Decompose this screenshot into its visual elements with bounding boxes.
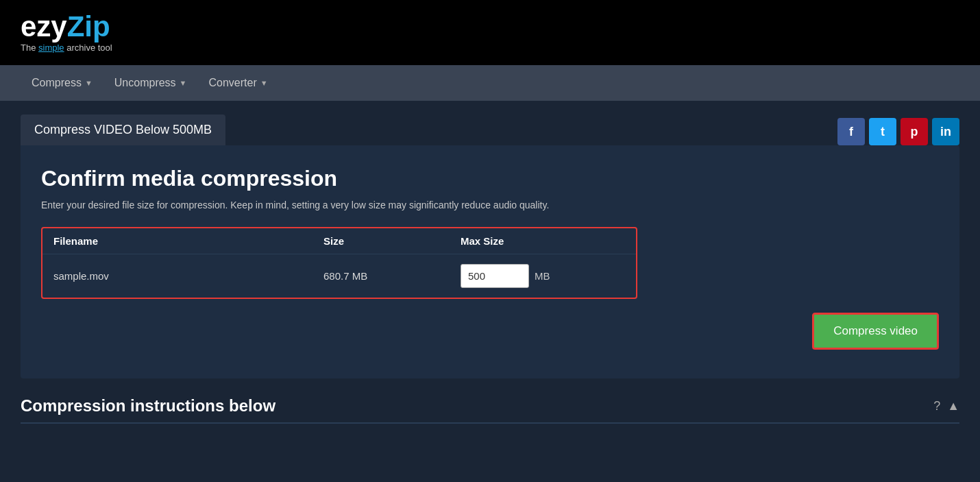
col-header-filename: Filename	[53, 235, 323, 247]
main-content: Compress VIDEO Below 500MB f t p in Conf…	[0, 101, 980, 437]
file-table: Filename Size Max Size sample.mov 680.7 …	[41, 227, 637, 299]
chevron-up-icon[interactable]: ▲	[947, 399, 959, 413]
instructions-bar: Compression instructions below ? ▲	[21, 385, 959, 424]
max-size-input[interactable]	[461, 264, 529, 288]
nav-label-converter: Converter	[209, 77, 257, 89]
nav-arrow-uncompress: ▼	[180, 79, 187, 87]
pinterest-button[interactable]: p	[901, 118, 928, 145]
nav-arrow-converter: ▼	[260, 79, 268, 87]
nav-item-converter[interactable]: Converter ▼	[198, 65, 279, 101]
card: Confirm media compression Enter your des…	[21, 145, 959, 378]
table-header: Filename Size Max Size	[42, 228, 636, 254]
max-size-cell: MB	[461, 264, 625, 288]
logo-tagline: The simple archive tool	[21, 43, 112, 53]
question-icon[interactable]: ?	[933, 399, 940, 413]
instructions-icons: ? ▲	[933, 399, 959, 413]
logo-zip: Zip	[67, 10, 110, 43]
pinterest-icon: p	[911, 125, 918, 139]
facebook-icon: f	[849, 125, 853, 139]
nav-item-compress[interactable]: Compress ▼	[21, 65, 103, 101]
nav-arrow-compress: ▼	[85, 79, 93, 87]
compress-btn-row: Compress video	[41, 313, 939, 350]
instructions-title: Compression instructions below	[21, 396, 275, 415]
table-row: sample.mov 680.7 MB MB	[42, 254, 636, 298]
card-title: Confirm media compression	[41, 166, 939, 191]
tab-social-row: Compress VIDEO Below 500MB f t p in	[21, 115, 959, 145]
header: ezyZip The simple archive tool	[0, 0, 980, 65]
linkedin-icon: in	[940, 125, 951, 139]
col-header-maxsize: Max Size	[461, 235, 625, 247]
nav-label-compress: Compress	[32, 77, 82, 89]
cell-size: 680.7 MB	[323, 270, 461, 282]
cell-filename: sample.mov	[53, 270, 323, 282]
compress-video-button[interactable]: Compress video	[812, 313, 939, 350]
linkedin-button[interactable]: in	[932, 118, 959, 145]
twitter-icon: t	[881, 125, 885, 139]
social-icons: f t p in	[837, 118, 959, 145]
logo: ezyZip	[21, 12, 112, 41]
nav-item-uncompress[interactable]: Uncompress ▼	[103, 65, 198, 101]
facebook-button[interactable]: f	[837, 118, 865, 145]
navbar: Compress ▼ Uncompress ▼ Converter ▼	[0, 65, 980, 101]
logo-ezy: ezy	[21, 10, 67, 43]
page-tab: Compress VIDEO Below 500MB	[21, 115, 225, 145]
col-header-size: Size	[323, 235, 461, 247]
mb-label: MB	[535, 270, 550, 282]
card-subtitle: Enter your desired file size for compres…	[41, 200, 939, 210]
twitter-button[interactable]: t	[869, 118, 896, 145]
nav-label-uncompress: Uncompress	[114, 77, 176, 89]
